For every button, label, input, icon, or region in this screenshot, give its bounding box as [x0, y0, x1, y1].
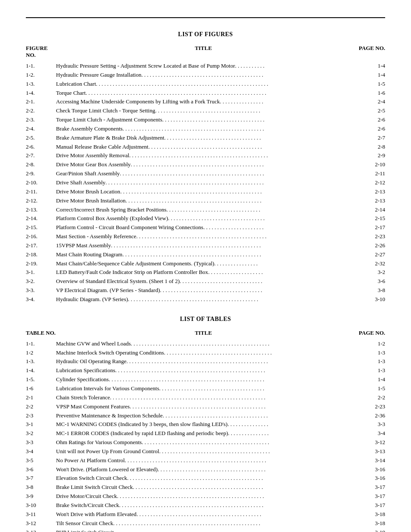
fig-col-page-header: PAGE NO.: [351, 45, 385, 59]
row-number: 3-7: [26, 474, 56, 482]
row-dots: . . . . . . . . . . . . . . . . . . . . …: [163, 412, 351, 420]
row-dots: . . . . . . . . . . . . . . . . . . . . …: [128, 296, 351, 304]
row-title-wrap: MC-1 ERROR CODES (Indicated by rapid LED…: [56, 429, 351, 438]
list-item: 1-6Lubrication Intervals for Various Com…: [26, 385, 385, 393]
row-dots: . . . . . . . . . . . . . . . . . . . . …: [160, 286, 351, 295]
row-title-text: Lubrication Intervals for Various Compon…: [56, 385, 159, 393]
row-title-wrap: Torque Chart. . . . . . . . . . . . . . …: [56, 89, 351, 97]
row-number: 3-1: [26, 420, 56, 429]
row-dots: . . . . . . . . . . . . . . . . . . . . …: [158, 466, 351, 474]
row-title-text: Tilt Sensor Circuit Check: [56, 520, 113, 528]
row-dots: . . . . . . . . . . . . . . . .: [214, 260, 351, 268]
row-page: 3-16: [351, 474, 385, 482]
list-item: 2-6.Manual Release Brake Cable Adjustmen…: [26, 143, 385, 151]
row-title-text: Mast Section - Assembly Reference: [56, 233, 136, 241]
row-page: 2-8: [351, 143, 385, 151]
row-page: 2-5: [351, 107, 385, 115]
row-dots: . . . . . . . . . . . . . . . . . . . . …: [130, 403, 351, 411]
row-title-wrap: VP Electrical Diagram. (VP Series - Stan…: [56, 286, 351, 295]
list-item: 1-4.Lubrication Specifications. . . . . …: [26, 367, 385, 375]
list-item: 2-19.Mast Chain/Cable/Sequence Cable Adj…: [26, 260, 385, 268]
row-page: 2-23: [351, 233, 385, 241]
list-item: 2-11.Drive Motor Brush Location. . . . .…: [26, 188, 385, 196]
row-title-text: Chain Stretch Tolerance: [56, 394, 110, 402]
row-title-text: Drive Motor Brush Installation: [56, 197, 125, 205]
row-page: 2-27: [351, 251, 385, 259]
row-dots: . . . . . . . . . . . . . . . . . . . . …: [113, 520, 351, 528]
row-title-text: Overview of Standard Electrical System. …: [56, 277, 180, 286]
row-number: 3-9: [26, 492, 56, 501]
row-page: 3-3: [351, 420, 385, 429]
row-page: 1-3: [351, 367, 385, 375]
row-title-wrap: Drive Motor/Circuit Check. . . . . . . .…: [56, 492, 351, 501]
row-title-wrap: Lubrication Intervals for Various Compon…: [56, 385, 351, 393]
row-title-wrap: Drive Motor Brush Installation. . . . . …: [56, 197, 351, 205]
list-item: 3-4.Hydraulic Diagram. (VP Series) . . .…: [26, 296, 385, 304]
row-title-text: Ohm Ratings for Various Components: [56, 439, 142, 447]
row-title-text: PHP Limit Switch Circuit: [56, 529, 114, 532]
row-dots: . . . . . . . . . . . . . . . . . . . . …: [203, 224, 351, 232]
row-title-text: VPSP Mast Component Features: [56, 403, 130, 411]
list-item: 2-10.Drive Shaft Assembly. . . . . . . .…: [26, 179, 385, 187]
row-dots: . . . . . . . . . . . . . . . . . . . . …: [109, 376, 351, 384]
row-dots: . . . . . . . . . . . . . . . . . . . . …: [114, 529, 351, 532]
list-item: 3-1.LED Battery/Fault Code Indicator Str…: [26, 268, 385, 277]
figures-list: 1-1.Hydraulic Pressure Setting - Adjustm…: [26, 62, 385, 304]
list-item: 2-15.Platform Control - Circuit Board Co…: [26, 224, 385, 232]
row-title-wrap: Chain Stretch Tolerance. . . . . . . . .…: [56, 394, 351, 402]
list-item: 3-12Tilt Sensor Circuit Check. . . . . .…: [26, 520, 385, 528]
row-number: 2-1: [26, 394, 56, 402]
list-item: 2-2VPSP Mast Component Features. . . . .…: [26, 403, 385, 411]
row-title-wrap: Gear/Pinion Shaft Assembly. . . . . . . …: [56, 170, 351, 178]
row-title-wrap: Won't Drive. (Platform Lowered or Elevat…: [56, 466, 351, 474]
row-page: 2-23: [351, 403, 385, 411]
list-item: 2-17.15VPSP Mast Assembly. . . . . . . .…: [26, 242, 385, 250]
row-title-text: Unit will not Power Up From Ground Contr…: [56, 448, 159, 456]
row-title-wrap: Preventive Maintenance & Inspection Sche…: [56, 412, 351, 420]
row-dots: . . . . . . . . . . . . . . .: [227, 420, 351, 429]
row-title-wrap: MC-1 WARNING CODES (Indicated by 3 beeps…: [56, 420, 351, 429]
row-title-text: MC-1 WARNING CODES (Indicated by 3 beeps…: [56, 420, 227, 429]
row-number: 3-3.: [26, 286, 56, 295]
row-title-wrap: Overview of Standard Electrical System. …: [56, 277, 351, 286]
row-title-text: Lubrication Specifications: [56, 367, 115, 375]
row-dots: . . . . . . . . . . . . . . . . . . . . …: [117, 492, 351, 501]
row-number: 2-15.: [26, 224, 56, 232]
row-title-wrap: Lubrication Chart. . . . . . . . . . . .…: [56, 80, 351, 88]
list-item: 2-12.Drive Motor Brush Installation. . .…: [26, 197, 385, 205]
list-item: 2-1Chain Stretch Tolerance. . . . . . . …: [26, 394, 385, 402]
row-page: 2-10: [351, 161, 385, 169]
list-item: 3-9Drive Motor/Circuit Check. . . . . . …: [26, 492, 385, 501]
row-dots: . . . . . . . . . . . . . . . . . . . .: [208, 268, 351, 277]
row-title-text: Won't Drive with Platform Elevated: [56, 510, 137, 519]
row-page: 2-2: [351, 394, 385, 402]
row-title-text: Platform Control Box Assembly (Exploded …: [56, 215, 168, 223]
list-item: 3-2MC-1 ERROR CODES (Indicated by rapid …: [26, 429, 385, 438]
row-title-wrap: Hydraulic Pressure Setting - Adjustment …: [56, 62, 351, 70]
row-number: 2-7.: [26, 152, 56, 160]
list-item: 2-5.Brake Armature Plate & Brake Disk Ad…: [26, 134, 385, 142]
row-title-wrap: Machine GVW and Wheel Loads . . . . . . …: [56, 340, 351, 348]
row-title-text: VP Electrical Diagram. (VP Series - Stan…: [56, 286, 160, 295]
row-number: 3-1.: [26, 268, 56, 277]
row-dots: . . . . . . . . . . . . . . . . . . . . …: [137, 510, 351, 519]
row-title-text: Drive Motor/Circuit Check: [56, 492, 117, 501]
row-number: 2-2: [26, 403, 56, 411]
row-dots: . . . . . . . . . . . . . . . . . . . . …: [119, 501, 351, 510]
row-page: 2-32: [351, 260, 385, 268]
row-number: 3-13: [26, 529, 56, 532]
row-title-text: No Power At Platform Control: [56, 457, 125, 465]
row-dots: . . . . . . . . . . . . . . . . . . . . …: [159, 448, 351, 456]
row-page: 2-11: [351, 170, 385, 178]
row-title-text: 15VPSP Mast Assembly: [56, 242, 111, 250]
row-page: 2-6: [351, 125, 385, 133]
row-page: 1-6: [351, 89, 385, 97]
row-page: 3-18: [351, 520, 385, 528]
row-title-text: LED Battery/Fault Code Indicator Strip o…: [56, 268, 208, 277]
row-title-text: Drive Motor Gear Box Assembly: [56, 161, 131, 169]
row-page: 2-4: [351, 98, 385, 106]
list-item: 3-8Brake Limit Switch Circuit Check . . …: [26, 483, 385, 492]
row-number: 1-1.: [26, 340, 56, 348]
row-title-wrap: Drive Motor Assembly Removal. . . . . . …: [56, 152, 351, 160]
row-dots: . . . . . . . . . . . . . . . . . . . . …: [159, 385, 351, 393]
